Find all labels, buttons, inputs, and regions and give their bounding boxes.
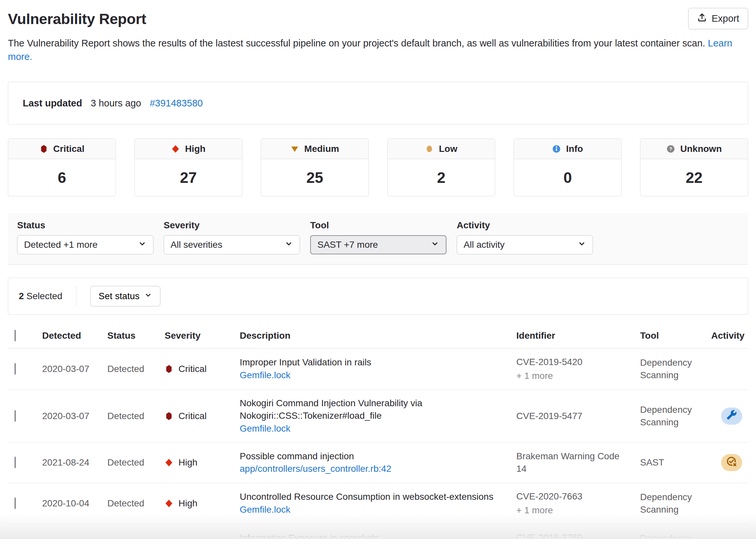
filter-value: SAST +7 more [317, 240, 378, 250]
severity-card-header: Medium [261, 139, 369, 159]
severity-card-header: High [135, 139, 242, 159]
chevron-down-icon [431, 240, 439, 250]
export-button-label: Export [712, 13, 739, 24]
chevron-down-icon [138, 240, 147, 250]
table-row: 2021-08-24DetectedHighPossible command i… [8, 443, 748, 483]
status-value: Detected [107, 498, 165, 509]
severity-cell: High [165, 457, 240, 468]
description-cell: Uncontrolled Resource Consumption in web… [240, 491, 516, 516]
false-positive-badge[interactable] [721, 454, 742, 471]
page-header: Vulnerability Report Export [8, 0, 748, 29]
description-cell: Nokogiri Command Injection Vulnerability… [240, 397, 516, 435]
severity-critical-icon [165, 365, 173, 373]
severity-card-medium[interactable]: Medium25 [261, 138, 369, 196]
severity-card-unknown[interactable]: ?Unknown22 [640, 138, 748, 196]
set-status-button[interactable]: Set status [90, 286, 160, 306]
severity-card-count: 22 [641, 159, 748, 196]
svg-text:?: ? [669, 146, 672, 152]
status-filter-dropdown[interactable]: Detected +1 more [17, 235, 154, 254]
column-header-description: Description [240, 331, 516, 341]
identifier-value: CVE-2020-7663 [516, 490, 630, 503]
activity-cell [711, 454, 748, 471]
column-header-identifier: Identifier [516, 331, 640, 341]
vulnerability-location-link[interactable]: Gemfile.lock [240, 370, 290, 380]
severity-filter-dropdown[interactable]: All severities [164, 235, 300, 254]
activity-cell [711, 408, 748, 425]
selected-count-label: Selected [26, 291, 62, 301]
description-cell: Improper Input Validation in railsGemfil… [240, 356, 516, 382]
tool-filter-dropdown[interactable]: SAST +7 more [310, 235, 447, 254]
detected-date: 2020-10-04 [42, 498, 107, 509]
severity-card-low[interactable]: Low2 [387, 138, 495, 196]
severity-label: High [178, 498, 198, 509]
severity-card-header: ?Unknown [641, 139, 748, 159]
vulnerability-title-link[interactable]: Nokogiri Command Injection Vulnerability… [240, 397, 503, 423]
severity-cell: High [165, 498, 240, 509]
vulnerability-title-link[interactable]: Improper Input Validation in rails [240, 356, 503, 369]
activity-filter-dropdown[interactable]: All activity [457, 235, 593, 254]
export-icon [697, 13, 707, 25]
severity-card-high[interactable]: High27 [134, 138, 242, 196]
row-checkbox[interactable] [15, 410, 16, 422]
table-header-row: Detected Status Severity Description Ide… [8, 322, 748, 348]
table-row: 2020-10-04DetectedHighUncontrolled Resou… [8, 483, 748, 524]
vulnerability-title-link[interactable]: Possible command injection [240, 450, 503, 463]
filters-bar: StatusDetected +1 moreSeverityAll severi… [8, 213, 748, 265]
filter-label: Status [17, 220, 154, 231]
column-header-activity: Activity [711, 331, 748, 341]
severity-medium-icon [290, 145, 299, 153]
column-header-detected: Detected [42, 331, 107, 341]
divider [76, 287, 76, 306]
vulnerability-report-page: Vulnerability Report Export The Vulnerab… [0, 0, 756, 539]
tool-filter: ToolSAST +7 more [310, 220, 447, 254]
select-all-checkbox[interactable] [15, 330, 16, 341]
identifier-cell: CVE-2018-3760+ 1 more [516, 531, 640, 539]
severity-card-label: Info [566, 144, 583, 154]
severity-card-label: High [185, 144, 205, 154]
chevron-down-icon [144, 291, 152, 301]
severity-label: Critical [178, 364, 207, 374]
row-checkbox[interactable] [15, 363, 16, 375]
identifier-value: Brakeman Warning Code 14 [516, 450, 630, 475]
identifier-cell: CVE-2020-7663+ 1 more [516, 490, 640, 516]
severity-card-count: 27 [135, 159, 242, 196]
export-button[interactable]: Export [688, 8, 748, 29]
column-header-tool: Tool [640, 331, 711, 341]
column-header-status: Status [107, 331, 165, 341]
severity-cell: Critical [165, 411, 240, 422]
identifier-more: + 1 more [516, 370, 630, 382]
filter-label: Tool [310, 220, 447, 231]
table-body: 2020-03-07DetectedCriticalImproper Input… [8, 348, 748, 539]
severity-card-critical[interactable]: Critical6 [8, 138, 116, 196]
remediation-available-badge[interactable] [721, 408, 742, 425]
severity-card-info[interactable]: Info0 [514, 138, 622, 196]
severity-label: High [178, 457, 198, 468]
identifier-value: CVE-2019-5477 [516, 410, 630, 423]
page-description: The Vulnerability Report shows the resul… [8, 37, 748, 63]
vulnerability-location-link[interactable]: Gemfile.lock [240, 424, 290, 433]
selected-count-number: 2 [19, 291, 24, 301]
row-checkbox[interactable] [15, 498, 16, 509]
last-updated-time: 3 hours ago [91, 98, 141, 109]
tool-value: Dependency Scanning [640, 491, 711, 516]
vulnerability-title-link[interactable]: Information Exposure in sprockets [240, 532, 503, 539]
tool-value: Dependency Scanning [640, 532, 711, 539]
severity-info-icon [552, 145, 561, 153]
page-description-text: The Vulnerability Report shows the resul… [8, 38, 705, 48]
row-checkbox[interactable] [15, 457, 16, 468]
identifier-cell: CVE-2019-5477 [516, 410, 640, 423]
severity-card-header: Info [514, 139, 621, 159]
vulnerability-location-link[interactable]: app/controllers/users_controller.rb:42 [240, 464, 391, 474]
vulnerability-title-link[interactable]: Uncontrolled Resource Consumption in web… [240, 491, 503, 503]
severity-card-header: Critical [8, 139, 115, 159]
pipeline-link[interactable]: #391483580 [150, 98, 203, 109]
status-value: Detected [107, 364, 165, 374]
description-cell: Information Exposure in sprocketsGemfile… [240, 532, 516, 539]
vulnerability-location-link[interactable]: Gemfile.lock [240, 504, 290, 515]
table-row: 2020-03-07DetectedCriticalNokogiri Comma… [8, 390, 748, 443]
table-row: 2020-10-04DetectedHighInformation Exposu… [8, 524, 748, 539]
last-updated-label: Last updated [23, 98, 82, 109]
detected-date: 2020-03-07 [42, 364, 107, 374]
selected-count: 2 Selected [19, 291, 62, 301]
severity-high-icon [165, 499, 173, 508]
